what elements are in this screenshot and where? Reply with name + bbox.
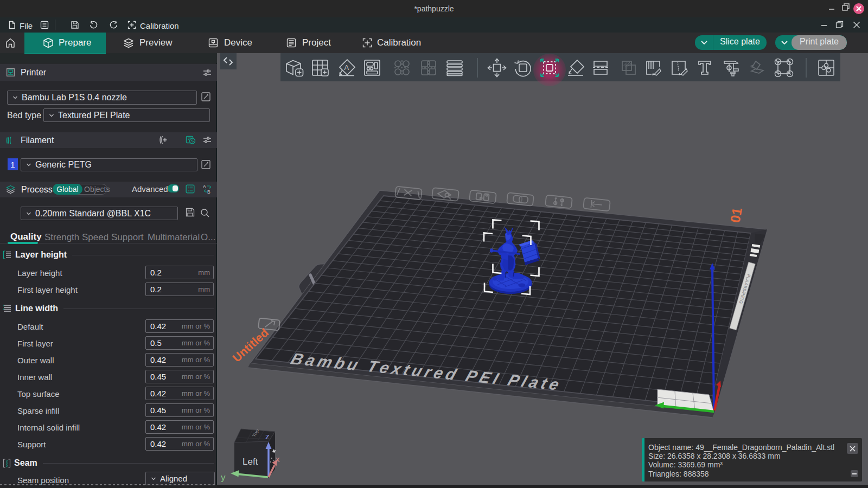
svg-text:z: z	[265, 432, 270, 441]
svg-text:Left: Left	[242, 457, 258, 467]
svg-text:y: y	[221, 472, 226, 483]
svg-text:x: x	[276, 454, 280, 464]
svg-text:A: A	[203, 184, 206, 189]
